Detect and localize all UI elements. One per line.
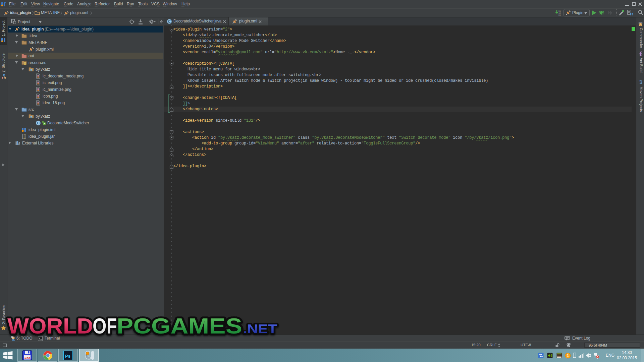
- svg-text:OF: OF: [93, 314, 117, 338]
- svg-text:WORLD: WORLD: [7, 314, 93, 338]
- svg-text:64·: 64·: [27, 357, 31, 360]
- svg-text:C: C: [37, 121, 40, 125]
- svg-text:.NET: .NET: [243, 322, 277, 336]
- svg-text:PCGAMES: PCGAMES: [117, 314, 242, 338]
- svg-text:01: 01: [558, 14, 561, 16]
- svg-text:Ps: Ps: [65, 354, 70, 359]
- svg-text:C: C: [168, 19, 171, 23]
- svg-text:1: 1: [567, 354, 569, 358]
